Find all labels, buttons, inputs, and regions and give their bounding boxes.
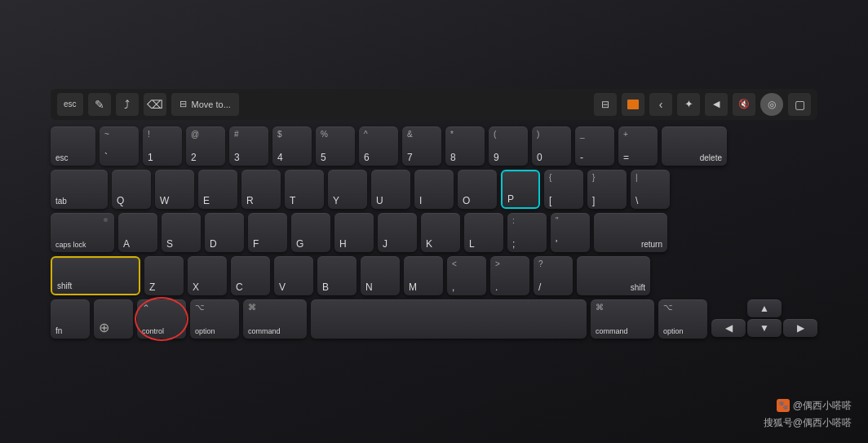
key-9[interactable]: ( 9	[489, 126, 528, 166]
watermark-handle: @偶西小嗒嗒	[793, 398, 852, 414]
key-equals[interactable]: + =	[618, 126, 658, 166]
key-h[interactable]: H	[334, 213, 374, 252]
key-globe[interactable]: ⊕	[94, 299, 133, 339]
row-bottom: fn ⊕ ⌃ control ⌥ option ⌘ command	[51, 299, 817, 339]
key-a[interactable]: A	[118, 213, 157, 252]
keyboard-container: esc ✎ ⤴ ⌫ ⊟ Move to... ⊟ ‹ ✦ ◀ 🔇 ◎ ▢ esc…	[0, 0, 868, 443]
tb-edit-icon[interactable]: ✎	[88, 93, 111, 116]
key-u[interactable]: U	[371, 170, 410, 209]
key-arrow-left[interactable]: ◀	[711, 319, 746, 337]
key-command-right[interactable]: ⌘ command	[591, 299, 654, 339]
key-0[interactable]: ) 0	[532, 126, 571, 166]
tb-brightness-icon[interactable]: ✦	[677, 93, 700, 116]
key-n[interactable]: N	[361, 256, 400, 295]
key-tab[interactable]: tab	[51, 170, 108, 209]
row-qwerty: tab Q W E R T Y U I O P { [ } ] | \	[51, 170, 817, 209]
key-g[interactable]: G	[291, 213, 330, 252]
touch-bar: esc ✎ ⤴ ⌫ ⊟ Move to... ⊟ ‹ ✦ ◀ 🔇 ◎ ▢	[51, 89, 817, 120]
keyboard-main: esc ~ ` ! 1 @ 2 # 3 $ 4 %	[51, 126, 817, 339]
watermark-channel: 搜狐号@偶西小嗒嗒	[764, 417, 852, 428]
key-2[interactable]: @ 2	[186, 126, 225, 166]
key-return[interactable]: return	[594, 213, 667, 252]
key-o[interactable]: O	[458, 170, 497, 209]
key-8[interactable]: * 8	[445, 126, 485, 166]
key-1[interactable]: ! 1	[143, 126, 182, 166]
tb-extra-icon[interactable]: ▢	[788, 93, 811, 116]
key-semicolon[interactable]: : ;	[507, 213, 547, 252]
key-r[interactable]: R	[241, 170, 281, 209]
key-y[interactable]: Y	[328, 170, 367, 209]
key-i[interactable]: I	[414, 170, 454, 209]
key-z[interactable]: Z	[144, 256, 184, 295]
key-e[interactable]: E	[198, 170, 237, 209]
key-quote[interactable]: " '	[551, 213, 590, 252]
key-space[interactable]	[311, 299, 587, 339]
paw-icon: 🐾	[777, 399, 790, 412]
key-m[interactable]: M	[404, 256, 443, 295]
tb-esc[interactable]: esc	[57, 93, 83, 116]
key-w[interactable]: W	[155, 170, 194, 209]
key-control[interactable]: ⌃ control	[137, 299, 186, 339]
key-lbracket[interactable]: { [	[544, 170, 583, 209]
key-rbracket[interactable]: } ]	[587, 170, 627, 209]
key-v[interactable]: V	[274, 256, 313, 295]
key-b[interactable]: B	[317, 256, 356, 295]
key-arrow-up[interactable]: ▲	[747, 299, 782, 317]
key-l[interactable]: L	[464, 213, 503, 252]
tb-move-to[interactable]: ⊟ Move to...	[171, 93, 239, 116]
key-arrow-down[interactable]: ▼	[747, 319, 782, 337]
row-numbers: esc ~ ` ! 1 @ 2 # 3 $ 4 %	[51, 126, 817, 166]
key-option-right[interactable]: ⌥ option	[658, 299, 707, 339]
key-c[interactable]: C	[231, 256, 270, 295]
key-esc[interactable]: esc	[51, 126, 95, 166]
key-7[interactable]: & 7	[402, 126, 441, 166]
key-p[interactable]: P	[501, 170, 540, 209]
key-arrow-right[interactable]: ▶	[783, 319, 817, 337]
key-capslock[interactable]: caps lock	[51, 213, 114, 252]
row-zxcv: shift Z X C V B N M < , > . ? / shift	[51, 256, 817, 295]
key-tilde[interactable]: ~ `	[100, 126, 139, 166]
tb-back-icon[interactable]: ‹	[649, 93, 672, 116]
tb-filter-icon[interactable]: ⊟	[594, 93, 617, 116]
key-fn[interactable]: fn	[51, 299, 90, 339]
key-minus[interactable]: _ -	[575, 126, 614, 166]
tb-volume-icon[interactable]: ◀	[705, 93, 728, 116]
key-4[interactable]: $ 4	[272, 126, 312, 166]
key-period[interactable]: > .	[490, 256, 529, 295]
key-6[interactable]: ^ 6	[359, 126, 398, 166]
key-s[interactable]: S	[162, 213, 201, 252]
key-t[interactable]: T	[285, 170, 324, 209]
key-comma[interactable]: < ,	[447, 256, 486, 295]
key-command-left[interactable]: ⌘ command	[243, 299, 307, 339]
key-option-left[interactable]: ⌥ option	[190, 299, 239, 339]
key-3[interactable]: # 3	[229, 126, 268, 166]
key-k[interactable]: K	[421, 213, 460, 252]
key-slash[interactable]: ? /	[534, 256, 573, 295]
key-q[interactable]: Q	[112, 170, 151, 209]
key-5[interactable]: % 5	[316, 126, 355, 166]
row-asdf: caps lock A S D F G H J K L : ; " ' retu…	[51, 213, 817, 252]
tb-share-icon[interactable]: ⤴	[116, 93, 139, 116]
tb-mute-icon[interactable]: 🔇	[733, 93, 755, 116]
tb-trash-icon[interactable]: ⌫	[144, 93, 166, 116]
key-f[interactable]: F	[248, 213, 287, 252]
key-shift-right[interactable]: shift	[577, 256, 650, 295]
tb-flag-icon[interactable]	[622, 93, 644, 116]
watermark: 🐾 @偶西小嗒嗒 搜狐号@偶西小嗒嗒	[764, 398, 852, 431]
key-x[interactable]: X	[188, 256, 227, 295]
tb-siri-icon[interactable]: ◎	[760, 93, 783, 116]
key-delete[interactable]: delete	[662, 126, 727, 166]
arrow-keys: ▲ ◀ ▼ ▶	[711, 299, 817, 339]
key-j[interactable]: J	[378, 213, 417, 252]
key-shift-left[interactable]: shift	[51, 256, 140, 295]
key-control-wrap: ⌃ control	[137, 299, 186, 339]
key-d[interactable]: D	[205, 213, 244, 252]
key-backslash[interactable]: | \	[631, 170, 670, 209]
